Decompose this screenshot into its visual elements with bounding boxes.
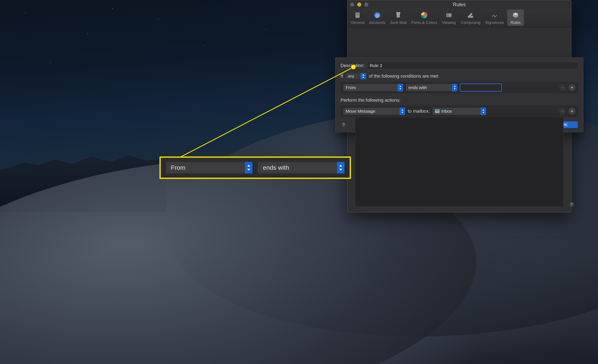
tab-rules[interactable]: Rules xyxy=(507,9,524,26)
help-button[interactable]: ? xyxy=(341,121,347,128)
preferences-toolbar: General @ Accounts Junk Mail Fonts & Col… xyxy=(348,9,571,27)
annotation-field-value: From xyxy=(171,164,185,171)
annotation-operator-popup[interactable]: ends with xyxy=(258,162,345,173)
action-row: Move Message to mailbox: Inbox xyxy=(341,105,578,117)
condition-row: From ends with − + xyxy=(341,82,578,93)
tab-label: Composing xyxy=(461,20,481,25)
tab-label: General xyxy=(350,20,365,25)
tab-label: Viewing xyxy=(442,20,456,25)
accounts-icon: @ xyxy=(373,10,382,20)
chevron-updown-icon xyxy=(337,162,344,173)
tab-label: Signatures xyxy=(485,20,504,25)
chevron-updown-icon xyxy=(245,162,252,173)
zoom-button[interactable] xyxy=(364,2,368,7)
description-row: Description: xyxy=(341,62,578,69)
chevron-updown-icon xyxy=(452,84,457,91)
condition-operator-popup[interactable]: ends with xyxy=(406,84,458,91)
condition-operator-value: ends with xyxy=(408,85,427,90)
add-action-button[interactable]: + xyxy=(569,108,576,115)
svg-rect-9 xyxy=(468,16,473,18)
action-mailbox-value: Inbox xyxy=(441,109,452,114)
chevron-updown-icon xyxy=(481,107,486,115)
annotation-callout: From ends with xyxy=(159,156,351,179)
general-icon xyxy=(353,10,362,20)
composing-icon xyxy=(466,10,475,20)
tab-accounts[interactable]: @ Accounts xyxy=(368,9,387,26)
annotation-dot xyxy=(351,65,356,69)
condition-field-value: From xyxy=(346,85,356,90)
svg-text:@: @ xyxy=(375,13,379,18)
junk-icon xyxy=(393,10,403,20)
action-type-value: Move Message xyxy=(346,109,375,114)
rules-icon xyxy=(511,10,520,20)
help-button[interactable]: ? xyxy=(568,202,574,208)
action-mailbox-popup[interactable]: Inbox xyxy=(432,107,486,115)
chevron-updown-icon xyxy=(361,73,366,79)
remove-condition-button: − xyxy=(559,84,566,91)
minimize-button[interactable] xyxy=(357,2,361,7)
viewing-icon xyxy=(444,10,454,20)
chevron-updown-icon xyxy=(400,107,405,115)
if-mode-value: any xyxy=(348,74,354,78)
to-mailbox-label: to mailbox: xyxy=(408,109,430,114)
tab-label: Accounts xyxy=(369,20,385,25)
tab-signatures[interactable]: Signatures xyxy=(484,9,505,26)
condition-value-field[interactable] xyxy=(460,84,502,91)
tab-label: Junk Mail xyxy=(390,20,407,25)
chevron-updown-icon xyxy=(398,84,403,91)
tab-general[interactable]: General xyxy=(349,9,366,26)
tab-viewing[interactable]: Viewing xyxy=(440,9,457,26)
tab-fonts-colors[interactable]: Fonts & Colors xyxy=(410,9,439,26)
action-type-popup[interactable]: Move Message xyxy=(343,107,405,115)
window-title: Rules xyxy=(348,2,571,8)
annotation-field-popup[interactable]: From xyxy=(166,162,253,173)
add-condition-button[interactable]: + xyxy=(569,84,576,91)
svg-rect-1 xyxy=(356,14,359,14)
tab-junk-mail[interactable]: Junk Mail xyxy=(389,9,408,26)
description-field[interactable] xyxy=(367,62,578,69)
signatures-icon xyxy=(490,10,499,20)
titlebar: Rules xyxy=(348,0,571,9)
fonts-colors-icon xyxy=(419,10,429,20)
tab-label: Fonts & Colors xyxy=(411,20,437,25)
condition-field-popup[interactable]: From xyxy=(343,84,403,91)
tab-composing[interactable]: Composing xyxy=(459,9,482,26)
if-mode-popup[interactable]: any xyxy=(346,73,366,79)
close-button[interactable] xyxy=(350,2,354,7)
remove-action-button: − xyxy=(559,108,566,115)
svg-rect-8 xyxy=(447,14,449,16)
rules-list-panel: ? xyxy=(355,117,564,207)
actions-label: Perform the following actions: xyxy=(341,97,578,103)
tab-label: Rules xyxy=(511,20,521,25)
mailbox-icon xyxy=(435,109,440,113)
if-prefix-label: If xyxy=(341,73,343,79)
if-suffix-label: of the following conditions are met: xyxy=(369,73,439,79)
traffic-lights xyxy=(350,2,368,7)
svg-rect-5 xyxy=(396,12,400,13)
svg-rect-2 xyxy=(356,15,359,15)
annotation-operator-value: ends with xyxy=(263,164,289,171)
mail-preferences-window: Rules General @ Accounts Junk Mail Fonts… xyxy=(347,0,571,212)
if-row: If any of the following conditions are m… xyxy=(341,73,578,79)
